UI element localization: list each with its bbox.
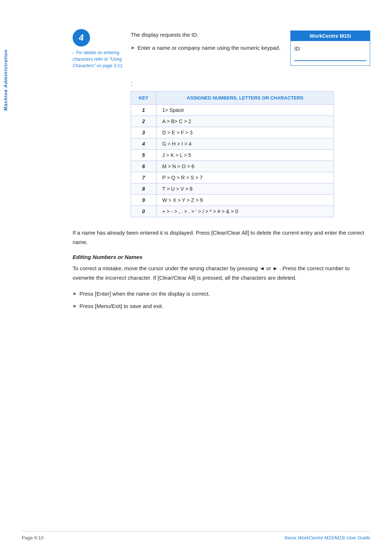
step-number: 4 [73, 29, 90, 46]
table-cell-value: D > E > F > 3 [156, 127, 334, 138]
table-cell-value: T > U > V > 8 [156, 183, 334, 195]
display-body: ID: [291, 41, 370, 65]
bullet-text-1: Enter a name or company name using the n… [138, 44, 281, 52]
table-cell-key: 1 [131, 105, 156, 116]
table-cell-key: 7 [131, 172, 156, 183]
table-col1-header: KEY [131, 92, 156, 105]
table-row: 5J > K > L > 5 [131, 150, 334, 161]
table-row: 2A > B> C > 2 [131, 116, 334, 127]
editing-section-title: Editing Numbers or Names [73, 254, 370, 260]
bullet-arrow-1: ➤ [131, 44, 135, 52]
body-bullet-1: ➤ Press [Enter] when the name on the dis… [73, 289, 370, 298]
footer-guide: Xerox WorkCentre M15/M15i User Guide [284, 535, 370, 540]
body-bullet-arrow-2: ➤ [73, 303, 77, 310]
body-paragraph-1: If a name has already been entered it is… [73, 228, 370, 247]
table-cell-value: P > Q > R > S > 7 [156, 172, 334, 183]
body-bullet-text-2: Press [Menu/Exit] to save and exit. [79, 302, 163, 311]
para2-part1: To correct a mistake, move the cursor un… [73, 265, 258, 271]
table-col2-header: ASSIGNED NUMBERS, LETTERS OR CHARACTERS [156, 92, 334, 105]
table-row: 11> Space [131, 105, 334, 116]
table-row: 3D > E > F > 3 [131, 127, 334, 138]
continuation-dots: : [131, 80, 370, 88]
table-cell-value: M > N > O > 6 [156, 161, 334, 172]
step-description: The display requests the ID. [131, 31, 283, 39]
body-bullet-text-1: Press [Enter] when the name on the displ… [79, 289, 210, 298]
step-bullet-1: ➤ Enter a name or company name using the… [131, 44, 283, 52]
table-cell-key: 8 [131, 183, 156, 195]
table-cell-key: 9 [131, 195, 156, 206]
body-paragraph-2: To correct a mistake, move the cursor un… [73, 264, 370, 282]
table-cell-value: W > X > Y > Z > 9 [156, 195, 334, 206]
table-cell-value: J > K > L > 5 [156, 150, 334, 161]
step-left-panel: 4 • For details on entering characters r… [73, 29, 131, 69]
table-cell-value: G > H > I > 4 [156, 138, 334, 150]
table-cell-value: + > - > , . > . > ' > / > * > # > & > 0 [156, 206, 334, 217]
para2-arrows: ◄ or ► [259, 265, 278, 271]
character-table: KEY ASSIGNED NUMBERS, LETTERS OR CHARACT… [131, 91, 334, 217]
table-cell-key: 6 [131, 161, 156, 172]
table-cell-value: 1> Space [156, 105, 334, 116]
footer-page: Page 9-10 [22, 535, 44, 540]
table-cell-key: 0 [131, 206, 156, 217]
note-text: For details on entering characters refer… [73, 50, 123, 68]
note-bullet: • [73, 51, 74, 54]
table-row: 6M > N > O > 6 [131, 161, 334, 172]
table-cell-value: A > B> C > 2 [156, 116, 334, 127]
page-footer: Page 9-10 Xerox WorkCentre M15/M15i User… [22, 531, 370, 540]
display-header: WorkCentre M15i [291, 31, 370, 41]
display-id-label: ID: [294, 46, 301, 52]
table-cell-key: 3 [131, 127, 156, 138]
table-row: 8T > U > V > 8 [131, 183, 334, 195]
step-note: • For details on entering characters ref… [73, 49, 131, 69]
step-content: The display requests the ID. ➤ Enter a n… [131, 29, 370, 66]
body-bullet-arrow-1: ➤ [73, 290, 77, 298]
table-cell-key: 5 [131, 150, 156, 161]
table-row: 4G > H > I > 4 [131, 138, 334, 150]
display-id-input[interactable] [294, 53, 366, 61]
table-row: 9W > X > Y > Z > 9 [131, 195, 334, 206]
table-row: 7P > Q > R > S > 7 [131, 172, 334, 183]
table-cell-key: 2 [131, 116, 156, 127]
body-bullet-2: ➤ Press [Menu/Exit] to save and exit. [73, 302, 370, 311]
workcentre-display: WorkCentre M15i ID: [290, 31, 370, 66]
table-row: 0+ > - > , . > . > ' > / > * > # > & > 0 [131, 206, 334, 217]
sidebar-label: Machine Administration [0, 44, 11, 116]
table-cell-key: 4 [131, 138, 156, 150]
